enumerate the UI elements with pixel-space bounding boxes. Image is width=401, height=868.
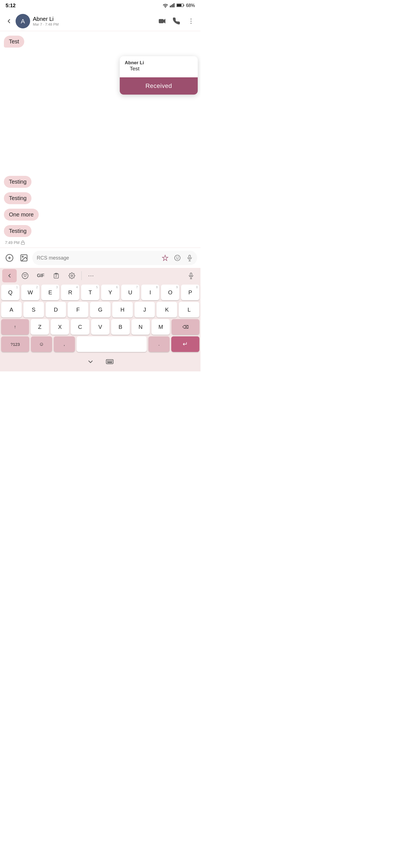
key-m[interactable]: M <box>151 319 170 335</box>
received-button[interactable]: Received <box>120 78 198 95</box>
key-row-4: ?123 ☺ , . ↵ <box>1 336 199 352</box>
svg-point-32 <box>71 275 73 277</box>
svg-point-11 <box>191 21 191 22</box>
key-d[interactable]: D <box>46 302 66 317</box>
svg-text:A: A <box>21 18 25 25</box>
keyboard-mic-button[interactable] <box>184 269 198 282</box>
voice-input-button[interactable] <box>184 253 195 263</box>
key-row-1: 1Q 2W 3E 4R 5T 6Y 7U 8I 9O 0P <box>1 285 199 300</box>
hide-keyboard-button[interactable] <box>87 358 94 366</box>
back-button[interactable] <box>3 16 15 27</box>
message-item-3: One more <box>4 209 197 223</box>
tooltip-sender: Abner Li <box>125 60 193 66</box>
key-h[interactable]: H <box>112 302 133 317</box>
keyboard: 1Q 2W 3E 4R 5T 6Y 7U 8I 9O 0P A S D F G … <box>0 283 200 356</box>
more-options-button[interactable] <box>185 15 197 27</box>
key-o[interactable]: 9O <box>161 285 179 300</box>
keyboard-switch-button[interactable] <box>106 358 114 366</box>
key-k[interactable]: K <box>156 302 177 317</box>
svg-point-12 <box>191 23 191 23</box>
sticker-button[interactable] <box>18 269 32 282</box>
avatar[interactable]: A <box>16 14 30 28</box>
key-u[interactable]: 7U <box>121 285 140 300</box>
ai-sparkle-button[interactable] <box>160 253 170 263</box>
key-t[interactable]: 5T <box>81 285 99 300</box>
key-g[interactable]: G <box>90 302 111 317</box>
header-info: Abner Li Mar 7 · 7:48 PM <box>33 16 156 26</box>
chat-area: Test Abner Li Test Received <box>0 31 200 176</box>
svg-rect-13 <box>21 242 25 244</box>
key-r[interactable]: 4R <box>61 285 79 300</box>
more-tools-button[interactable]: ··· <box>84 269 98 282</box>
keyboard-toolbar: GIF ··· <box>0 268 200 283</box>
key-j[interactable]: J <box>135 302 155 317</box>
key-i[interactable]: 8I <box>141 285 160 300</box>
key-f[interactable]: F <box>68 302 88 317</box>
battery-percent: 68% <box>186 3 195 8</box>
message-bubble-test: Test <box>4 36 197 48</box>
battery-icon <box>176 3 184 8</box>
key-q[interactable]: 1Q <box>1 285 20 300</box>
message-input[interactable] <box>37 255 158 261</box>
svg-rect-22 <box>189 255 191 258</box>
messages-section: Testing Testing One more Testing 7:49 PM <box>0 176 200 248</box>
message-tooltip: Abner Li Test Received <box>120 56 198 95</box>
key-comma[interactable]: , <box>54 336 75 352</box>
key-a[interactable]: A <box>1 302 22 317</box>
key-c[interactable]: C <box>71 319 89 335</box>
bubble-one-more: One more <box>4 209 39 221</box>
key-emoji[interactable]: ☺ <box>31 336 52 352</box>
contact-name: Abner Li <box>33 16 156 22</box>
key-symbols[interactable]: ?123 <box>1 336 29 352</box>
key-period[interactable]: . <box>148 336 170 352</box>
svg-point-19 <box>175 255 180 261</box>
svg-rect-36 <box>106 360 113 364</box>
gallery-button[interactable] <box>18 252 30 264</box>
header-subtitle: Mar 7 · 7:48 PM <box>33 22 156 26</box>
message-input-wrap <box>32 251 197 265</box>
bubble-text: Test <box>4 36 24 48</box>
bubble-testing-1: Testing <box>4 176 31 188</box>
key-v[interactable]: V <box>91 319 109 335</box>
svg-rect-6 <box>177 4 181 6</box>
key-b[interactable]: B <box>111 319 130 335</box>
message-item-4: Testing <box>4 225 197 239</box>
bottom-bar <box>0 356 200 371</box>
key-backspace[interactable]: ⌫ <box>172 319 199 335</box>
svg-point-26 <box>24 275 25 275</box>
key-space[interactable] <box>77 336 147 352</box>
add-attachment-button[interactable] <box>3 252 16 264</box>
video-call-button[interactable] <box>156 15 168 27</box>
emoji-button[interactable] <box>172 253 183 263</box>
key-shift[interactable]: ↑ <box>1 319 29 335</box>
wifi-icon <box>163 3 168 8</box>
svg-point-25 <box>22 273 28 279</box>
svg-point-27 <box>26 275 26 275</box>
phone-call-button[interactable] <box>170 15 183 27</box>
key-row-2: A S D F G H J K L <box>1 302 199 317</box>
bubble-testing-3: Testing <box>4 225 31 237</box>
svg-rect-9 <box>159 19 163 23</box>
gif-button[interactable]: GIF <box>33 269 48 282</box>
bubble-testing-2: Testing <box>4 192 31 204</box>
message-item-1: Testing <box>4 176 197 190</box>
key-l[interactable]: L <box>179 302 199 317</box>
key-e[interactable]: 3E <box>41 285 60 300</box>
key-y[interactable]: 6Y <box>101 285 119 300</box>
svg-rect-1 <box>171 5 172 7</box>
keyboard-back-button[interactable] <box>2 269 17 282</box>
settings-button[interactable] <box>65 269 79 282</box>
key-n[interactable]: N <box>132 319 150 335</box>
status-icons: 68% <box>163 3 195 8</box>
svg-point-18 <box>22 256 23 257</box>
key-z[interactable]: Z <box>31 319 49 335</box>
key-x[interactable]: X <box>51 319 69 335</box>
key-w[interactable]: 2W <box>21 285 39 300</box>
toolbar-divider <box>81 271 82 280</box>
key-p[interactable]: 0P <box>181 285 199 300</box>
clipboard-button[interactable] <box>49 269 63 282</box>
key-enter[interactable]: ↵ <box>171 336 199 352</box>
key-s[interactable]: S <box>23 302 44 317</box>
svg-rect-3 <box>173 3 174 7</box>
input-area <box>0 248 200 268</box>
